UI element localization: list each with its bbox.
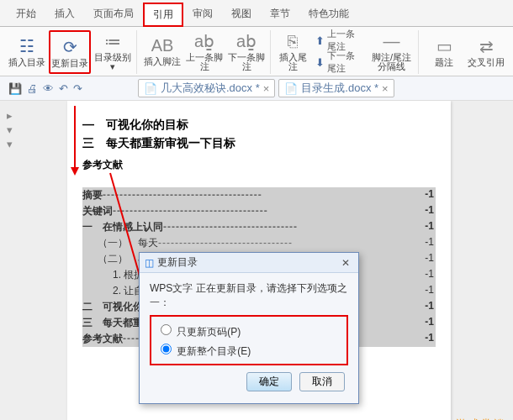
prev-endnote-button[interactable]: ⬆上一条尾注 bbox=[311, 30, 367, 50]
app-icon: ◫ bbox=[145, 257, 154, 269]
next-endnote-button[interactable]: ⬇下一条尾注 bbox=[311, 52, 367, 72]
prev-footnote-button[interactable]: aḇ 上一条脚注 bbox=[184, 30, 225, 72]
toc-page: -1 bbox=[423, 188, 436, 200]
dialog-options: 只更新页码(P) 更新整个目录(E) bbox=[150, 315, 348, 365]
up-icon: ⬆ bbox=[315, 34, 325, 47]
close-icon[interactable]: ✕ bbox=[338, 257, 353, 269]
toc-page: -1 bbox=[423, 220, 436, 232]
document-tabs: 📄几大高效秘诀.docx *×📄目录生成.docx *× bbox=[138, 79, 394, 97]
watermark: 游戏常谈 bbox=[456, 417, 506, 420]
caption-button[interactable]: ▭ 题注 bbox=[424, 30, 464, 72]
insert-footnote-button[interactable]: AB 插入脚注 bbox=[142, 30, 182, 72]
toc-page: -1 bbox=[423, 284, 436, 296]
doc-tab[interactable]: 📄目录生成.docx *× bbox=[278, 79, 394, 97]
toc-leader: -------------------------------------- bbox=[103, 189, 262, 201]
next-endnote-label: 下一条尾注 bbox=[327, 50, 362, 75]
toc-icon: ☷ bbox=[19, 36, 34, 56]
tab-6[interactable]: 章节 bbox=[261, 3, 299, 27]
toc-leader: -------------------------------- bbox=[163, 221, 298, 233]
toc-leader: -------------------------------- bbox=[158, 237, 293, 249]
toc-page: -1 bbox=[423, 252, 436, 264]
toc-line: 摘要--------------------------------------… bbox=[82, 187, 436, 203]
outline-gutter: ▸ ▾ ▾ bbox=[7, 108, 13, 152]
toc-level-button[interactable]: ≔ 目录级别▾ bbox=[93, 30, 133, 72]
crossref-button[interactable]: ⇄ 交叉引用 bbox=[466, 30, 506, 72]
ok-button[interactable]: 确定 bbox=[246, 372, 292, 391]
doc-tab-name: 几大高效秘诀.docx * bbox=[161, 81, 260, 96]
tab-0[interactable]: 开始 bbox=[7, 3, 45, 27]
opt2-label: 更新整个目录(E) bbox=[177, 345, 251, 357]
dialog-title: 更新目录 bbox=[157, 255, 335, 270]
toc-page: -1 bbox=[423, 268, 436, 280]
toc-text: 摘要 bbox=[82, 189, 103, 201]
toc-page: -1 bbox=[423, 300, 436, 312]
heading-prev: — 可视化你的目标 bbox=[82, 118, 436, 133]
close-icon[interactable]: × bbox=[263, 82, 270, 95]
endnote-icon: ⎘ bbox=[288, 32, 298, 51]
toc-level-label: 目录级别▾ bbox=[93, 53, 132, 71]
doc-icon: 📄 bbox=[144, 82, 157, 95]
prev-icon: aḇ bbox=[194, 31, 214, 51]
doc-tab[interactable]: 📄几大高效秘诀.docx *× bbox=[138, 79, 275, 97]
level-icon: ≔ bbox=[104, 31, 121, 51]
insert-endnote-button[interactable]: ⎘ 插入尾注 bbox=[276, 30, 309, 72]
toc-text: 参考文献 bbox=[82, 333, 123, 344]
toc-leader: ------------------------------------- bbox=[113, 205, 268, 217]
update-toc-icon: ⟳ bbox=[63, 37, 77, 57]
insert-toc-label: 插入目录 bbox=[8, 58, 45, 67]
refs-heading: 参考文献 bbox=[82, 158, 436, 172]
qat-preview-icon[interactable]: 👁 bbox=[43, 82, 54, 95]
tab-5[interactable]: 视图 bbox=[222, 3, 261, 27]
update-toc-dialog: ◫ 更新目录 ✕ WPS文字 正在更新目录，请选择下列选项之一： 只更新页码(P… bbox=[139, 252, 359, 404]
tab-4[interactable]: 审阅 bbox=[183, 3, 222, 27]
radio-page-numbers[interactable] bbox=[161, 324, 172, 335]
outline-marker[interactable]: ▾ bbox=[7, 138, 13, 150]
crossref-icon: ⇄ bbox=[479, 36, 494, 56]
qat-print-icon[interactable]: 🖨 bbox=[27, 82, 38, 95]
toc-text: 一 在情感上认同 bbox=[82, 221, 163, 233]
insert-endnote-label: 插入尾注 bbox=[277, 53, 309, 71]
document-area: ▸ ▾ ▾ — 可视化你的目标 三 每天都重新审视一下目标 参考文献 摘要---… bbox=[0, 101, 513, 420]
toc-line: 一 在情感上认同--------------------------------… bbox=[82, 219, 436, 235]
toc-text: 关键词 bbox=[82, 205, 113, 217]
dialog-message: WPS文字 正在更新目录，请选择下列选项之一： bbox=[150, 281, 348, 310]
caption-label: 题注 bbox=[435, 58, 453, 67]
ribbon-tabs: 开始插入页面布局引用审阅视图章节特色功能 bbox=[0, 0, 513, 27]
opt-entire-toc[interactable]: 更新整个目录(E) bbox=[156, 341, 341, 359]
tab-7[interactable]: 特色功能 bbox=[299, 3, 358, 27]
quick-access-toolbar: 💾 🖨 👁 ↶ ↷ 📄几大高效秘诀.docx *×📄目录生成.docx *× bbox=[0, 76, 513, 101]
update-toc-button[interactable]: ⟳ 更新目录 bbox=[49, 30, 91, 74]
insert-footnote-label: 插入脚注 bbox=[144, 57, 181, 66]
toc-text: （一） 每天 bbox=[98, 237, 158, 249]
radio-entire-toc[interactable] bbox=[161, 344, 172, 354]
doc-tab-name: 目录生成.docx * bbox=[301, 81, 378, 96]
tab-2[interactable]: 页面布局 bbox=[84, 3, 143, 27]
qat-redo-icon[interactable]: ↷ bbox=[73, 82, 82, 95]
outline-marker[interactable]: ▸ bbox=[7, 109, 13, 122]
toc-page: -1 bbox=[423, 316, 436, 328]
footnote-sep-button[interactable]: — 脚注/尾注分隔线 bbox=[368, 30, 415, 72]
crossref-label: 交叉引用 bbox=[468, 58, 505, 67]
toc-line: （一） 每天---------------------------------1 bbox=[82, 235, 436, 251]
outline-marker[interactable]: ▾ bbox=[7, 123, 13, 136]
next-footnote-label: 下一条脚注 bbox=[227, 53, 266, 71]
toc-page: -1 bbox=[423, 236, 436, 248]
opt-page-numbers[interactable]: 只更新页码(P) bbox=[156, 322, 341, 339]
ribbon: ☷ 插入目录 ⟳ 更新目录 ≔ 目录级别▾ AB 插入脚注 aḇ 上一条脚注 bbox=[0, 27, 513, 76]
toc-page: -1 bbox=[423, 204, 436, 216]
qat-undo-icon[interactable]: ↶ bbox=[59, 82, 68, 95]
tab-3[interactable]: 引用 bbox=[143, 3, 183, 27]
toc-line: 关键词-------------------------------------… bbox=[82, 203, 436, 219]
heading-three: 三 每天都重新审视一下目标 bbox=[82, 136, 436, 151]
caption-icon: ▭ bbox=[436, 36, 452, 56]
dialog-titlebar[interactable]: ◫ 更新目录 ✕ bbox=[140, 253, 358, 273]
down-icon: ⬇ bbox=[315, 56, 325, 69]
close-icon[interactable]: × bbox=[382, 82, 389, 95]
cancel-button[interactable]: 取消 bbox=[299, 372, 345, 391]
tab-1[interactable]: 插入 bbox=[45, 3, 84, 27]
next-footnote-button[interactable]: aḇ 下一条脚注 bbox=[226, 30, 267, 72]
doc-icon: 📄 bbox=[284, 82, 298, 95]
insert-toc-button[interactable]: ☷ 插入目录 bbox=[7, 30, 47, 72]
footnote-icon: AB bbox=[151, 36, 174, 55]
qat-save-icon[interactable]: 💾 bbox=[8, 82, 22, 95]
